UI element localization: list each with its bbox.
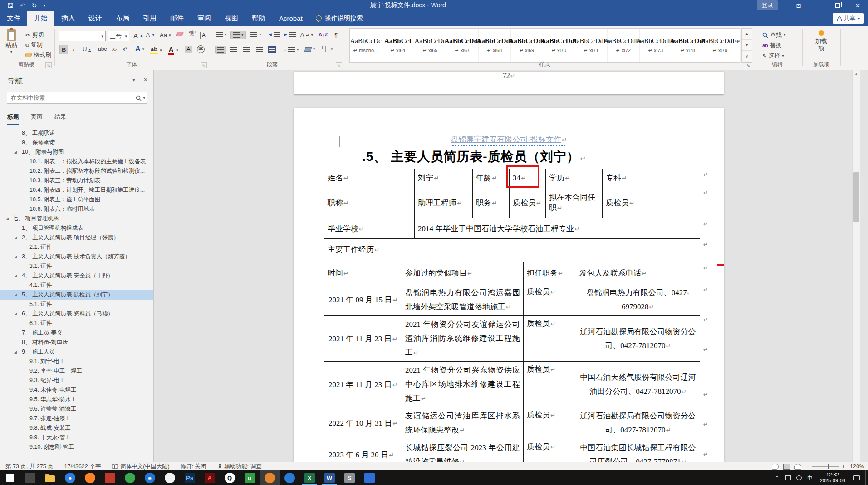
tray-expand-chevron-icon[interactable]: ⌃ (772, 470, 783, 485)
add-ins-button[interactable]: 加载项 (810, 30, 832, 52)
taskbar-icon-screenshot-tool[interactable] (260, 470, 280, 485)
expand-triangle-icon[interactable]: ◢ (14, 252, 17, 262)
experience-table[interactable]: 时间↵参加过的类似项目↵担任职务↵发包人及联系电话↵2021 年 09 月 15… (324, 262, 700, 462)
expand-triangle-icon[interactable]: ◢ (14, 147, 17, 157)
nav-item[interactable]: 9.2. 李奎-电工、焊工 (0, 366, 153, 376)
borders-button[interactable]: ▾ (320, 45, 335, 53)
table-cell[interactable]: 年龄↵ (473, 169, 510, 187)
paragraph-dialog-launcher[interactable]: ⇘ (336, 62, 342, 68)
replace-button[interactable]: ab 替换 (760, 40, 784, 50)
style-gallery-item[interactable]: AaBbCcDc↵ msono... (350, 29, 382, 62)
gallery-down-icon[interactable]: ▼ (742, 40, 752, 51)
shading-button[interactable]: ▾ (303, 45, 317, 53)
find-button[interactable]: 查找▾ (760, 30, 788, 40)
justify-button[interactable] (254, 46, 265, 53)
expand-triangle-icon[interactable]: ◢ (6, 214, 9, 223)
nav-item[interactable]: ◢5、 主要人员简历表-质检员（刘宁） (0, 290, 153, 300)
close-button[interactable]: ✕ (848, 0, 868, 11)
nav-item[interactable]: ◢6、 主要人员简历表-资料员（马聪） (0, 309, 153, 319)
table-cell[interactable]: 中国石油集团长城钻探工程有限公司压裂公司、0427-7779871↵ (576, 439, 700, 462)
table-header-cell[interactable]: 担任职务↵ (524, 262, 576, 284)
print-layout-button[interactable] (783, 464, 790, 470)
styles-gallery-scroll[interactable]: ▲ ▼ ⊽ (741, 28, 752, 63)
bullets-button[interactable]: ▾ (214, 31, 229, 38)
table-cell[interactable]: 专科↵ (603, 169, 700, 187)
table-cell[interactable]: 拟在本合同任职↵ (546, 187, 603, 218)
table-cell[interactable]: 毕业学校↵ (324, 218, 415, 239)
nav-item[interactable]: 9.9. 于大永-管工 (0, 433, 153, 442)
taskbar-icon-firefox[interactable] (80, 470, 100, 485)
save-icon[interactable]: 🖫 (7, 2, 14, 9)
nav-item[interactable]: 10.6. 附表六：临时用地表 (0, 204, 153, 214)
select-button[interactable]: ⇖ 选择▾ (760, 51, 786, 61)
underline-button[interactable]: U▾ (81, 45, 93, 53)
table-cell[interactable]: 质检员↵ (524, 439, 576, 462)
nav-item[interactable]: 9、 保修承诺 (0, 138, 153, 147)
nav-item[interactable]: 3.1. 证件 (0, 262, 153, 271)
ribbon-tab-设计[interactable]: 设计 (82, 11, 109, 26)
taskbar-icon-app-dark[interactable] (20, 470, 40, 485)
taskbar-clock[interactable]: 12:32 2025-09-06 (815, 472, 850, 484)
table-cell[interactable]: 辽河石油勘探局有限公司物资分公司、0427-7812070↵ (576, 316, 700, 362)
expand-triangle-icon[interactable]: ◢ (14, 271, 17, 281)
character-shading-button[interactable]: A (183, 45, 194, 53)
distribute-button[interactable] (267, 46, 277, 53)
proofing-status[interactable]: 简体中文(中国大陆) (106, 463, 175, 470)
table-cell[interactable]: 2022 年 10 月 31 日↵ (324, 407, 402, 439)
style-gallery-item[interactable]: AaBbCcDdI↵ xl67 (446, 29, 479, 62)
ribbon-display-options-button[interactable]: ⊡ (790, 0, 807, 11)
style-gallery-item[interactable]: AaBbCcDdEe↵ xl72 (608, 29, 640, 62)
align-left-button[interactable] (215, 46, 226, 54)
shrink-font-button[interactable]: A▼ (144, 31, 157, 39)
font-color-button[interactable]: A▾ (166, 45, 180, 56)
nav-item[interactable]: 5.1. 证件 (0, 300, 153, 309)
table-cell[interactable]: 辽河石油勘探局有限公司物资分公司、0427-7812070↵ (576, 407, 700, 439)
nav-options-chevron-icon[interactable]: ▾ (132, 77, 135, 83)
nav-close-icon[interactable]: ✕ (143, 77, 148, 83)
clipboard-dialog-launcher[interactable]: ⇘ (45, 62, 52, 68)
table-cell[interactable]: 2021 年物资分公司兴东物资供应中心库区场地排水维修建设工程施工↵ (402, 362, 524, 407)
expand-triangle-icon[interactable]: ◢ (14, 290, 17, 300)
superscript-button[interactable]: x² (121, 45, 129, 53)
taskbar-icon-360-safe[interactable] (120, 470, 140, 485)
ribbon-tab-帮助[interactable]: 帮助 (245, 11, 272, 26)
taskbar-icon-word[interactable]: W (319, 470, 339, 485)
table-header-cell[interactable]: 参加过的类似项目↵ (402, 262, 524, 284)
taskbar-icon-qq-lite[interactable] (160, 470, 180, 485)
tell-me-search[interactable]: 操作说明搜索 (316, 11, 363, 26)
table-cell[interactable]: 2021 年 11 月 23 日↵ (324, 316, 402, 362)
nav-tab-页面[interactable]: 页面 (31, 113, 43, 125)
zoom-slider-thumb[interactable] (828, 464, 829, 469)
taskbar-icon-file-explorer[interactable] (40, 470, 60, 485)
tray-icon[interactable] (794, 470, 804, 485)
style-gallery-item[interactable]: AaBbCcI↵ xl64 (382, 29, 414, 62)
style-gallery-item[interactable]: AaBbCcDdEe↵ xl71 (575, 29, 608, 62)
nav-search-box[interactable]: ▾ (7, 92, 147, 104)
nav-item[interactable]: ◢9、 施工人员 (0, 347, 153, 357)
table-header-cell[interactable]: 时间↵ (324, 262, 402, 284)
subscript-button[interactable]: x₂ (110, 45, 119, 53)
taskbar-icon-internet-explorer[interactable]: e (60, 470, 80, 485)
taskbar-icon-app-red[interactable] (100, 470, 120, 485)
nav-item[interactable]: 9.5. 李志华-防水工 (0, 395, 153, 404)
table-cell[interactable]: 姓名↵ (324, 169, 415, 187)
table-cell[interactable]: 质检员↵ (524, 407, 576, 439)
align-center-button[interactable] (229, 46, 239, 53)
redo-icon[interactable]: ↻ (32, 2, 37, 9)
table-cell[interactable]: 2021 年物资分公司友谊储运公司渣油库消防系统维修建设工程施工↵ (402, 316, 524, 362)
nav-tab-结果[interactable]: 结果 (54, 113, 66, 125)
table-cell[interactable]: 质检员↵ (524, 362, 576, 407)
table-cell[interactable]: 刘宁↵ (415, 169, 473, 187)
ribbon-tab-邮件[interactable]: 邮件 (163, 11, 191, 26)
nav-item[interactable]: 8、 材料员-刘国庆 (0, 338, 153, 347)
align-right-button[interactable] (241, 46, 252, 53)
clear-formatting-button[interactable] (175, 31, 185, 37)
table-cell[interactable]: 2023 年 6 月 20 日↵ (324, 439, 402, 462)
character-border-button[interactable]: A (198, 31, 209, 40)
minimize-button[interactable]: — (807, 0, 827, 11)
taskbar-icon-excel[interactable]: X (299, 470, 319, 485)
zoom-in-button[interactable]: + (842, 463, 845, 470)
ribbon-tab-插入[interactable]: 插入 (54, 11, 82, 26)
show-desktop-button[interactable] (865, 470, 868, 485)
ribbon-tab-Acrobat[interactable]: Acrobat (272, 11, 309, 26)
